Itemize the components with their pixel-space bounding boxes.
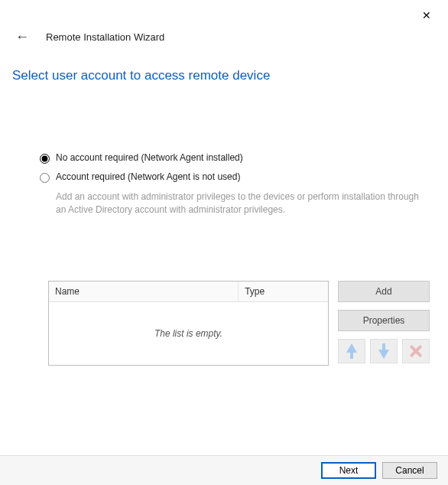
radio-account-required-input[interactable] bbox=[40, 173, 50, 183]
remove-button[interactable] bbox=[402, 339, 430, 363]
account-required-helper: Add an account with administrator privil… bbox=[56, 190, 430, 216]
accounts-table: Name Type The list is empty. bbox=[48, 281, 329, 366]
radio-no-account[interactable]: No account required (Network Agent insta… bbox=[40, 152, 430, 164]
radio-account-required[interactable]: Account required (Network Agent is not u… bbox=[40, 171, 430, 183]
arrow-down-icon bbox=[378, 343, 389, 359]
arrow-up-icon bbox=[346, 343, 357, 359]
back-button[interactable]: ← bbox=[12, 28, 32, 47]
content: No account required (Network Agent insta… bbox=[0, 83, 448, 216]
reorder-buttons bbox=[338, 339, 430, 363]
radio-no-account-input[interactable] bbox=[40, 154, 50, 164]
accounts-area: Name Type The list is empty. Add Propert… bbox=[0, 281, 448, 366]
move-down-button[interactable] bbox=[370, 339, 398, 363]
radio-no-account-label: No account required (Network Agent insta… bbox=[56, 152, 243, 163]
radio-account-required-label: Account required (Network Agent is not u… bbox=[56, 171, 240, 182]
next-button[interactable]: Next bbox=[321, 462, 376, 479]
header: ← Remote Installation Wizard bbox=[0, 0, 448, 54]
footer: Next Cancel bbox=[0, 455, 448, 485]
page-title: Select user account to access remote dev… bbox=[0, 54, 448, 83]
table-header: Name Type bbox=[49, 282, 328, 302]
add-button[interactable]: Add bbox=[338, 281, 430, 302]
side-buttons: Add Properties bbox=[338, 281, 430, 366]
column-type[interactable]: Type bbox=[239, 282, 328, 301]
properties-button[interactable]: Properties bbox=[338, 310, 430, 331]
move-up-button[interactable] bbox=[338, 339, 365, 363]
column-name[interactable]: Name bbox=[49, 282, 239, 301]
close-button[interactable]: ✕ bbox=[416, 6, 437, 24]
cancel-button[interactable]: Cancel bbox=[382, 462, 437, 479]
wizard-title: Remote Installation Wizard bbox=[46, 31, 164, 43]
table-empty: The list is empty. bbox=[49, 302, 328, 365]
delete-icon bbox=[409, 344, 423, 358]
